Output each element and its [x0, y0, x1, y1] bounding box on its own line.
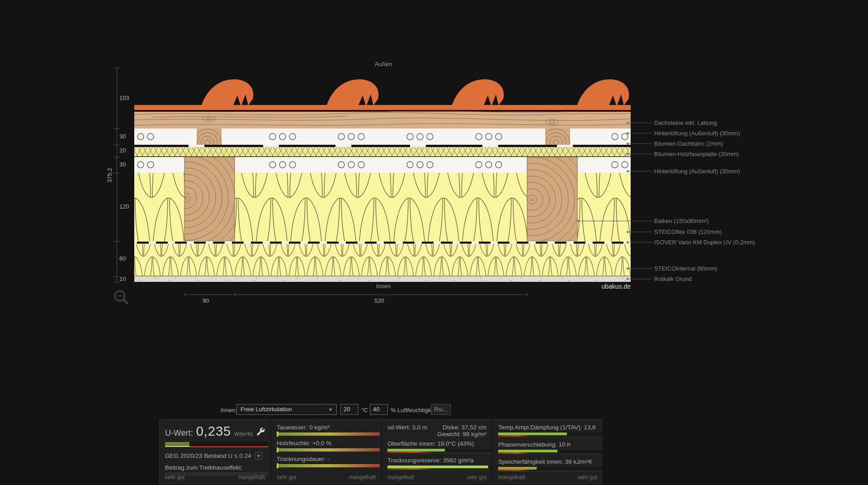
condensation-bar	[277, 433, 380, 436]
leader-dot	[627, 170, 629, 172]
inside-label: Innen	[361, 283, 406, 290]
drying-time-label: Trocknungsdauer: -	[277, 456, 376, 462]
air-circulation-value: Freie Luftzirkulation	[241, 406, 292, 413]
layer-label-ventilation-1[interactable]: Hinterlüftung (Außenluft) (30mm)	[654, 130, 740, 137]
leader-line	[629, 232, 652, 232]
heat-capacity-label: Speicherfähigkeit innen: 38 kJ/m²K	[498, 458, 597, 465]
dim-120: 120	[119, 203, 129, 210]
scale-left: sehr gut	[277, 474, 296, 480]
leader-line	[580, 221, 652, 221]
leader-line	[629, 242, 652, 242]
leader-line	[629, 154, 652, 154]
inner-surface-bar	[387, 449, 491, 453]
leader-line	[629, 133, 652, 133]
layer-label-plaster[interactable]: Rotkalk Grund	[654, 276, 692, 282]
layer-label-roof-tiles[interactable]: Dachsteine inkl. Lattung	[654, 119, 717, 126]
layer-label-ventilation-2[interactable]: Hinterlüftung (Außenluft) (30mm)	[654, 168, 740, 175]
drying-reserve-bar	[387, 466, 491, 470]
leader-dot	[627, 241, 629, 243]
watermark: ubakus.de	[588, 283, 631, 290]
dim-30b: 30	[119, 161, 126, 168]
drying-time-bar	[277, 464, 380, 467]
drying-reserve-label: Trocknungsreserve: 3562 g/m²a	[387, 457, 486, 464]
leader-dot	[627, 278, 629, 280]
chevron-down-icon: ▼	[328, 405, 333, 415]
scale-left: mangelhaft	[387, 474, 414, 480]
humidity-label: % Luftfeuchtigkeit	[391, 407, 437, 414]
scale-right: sehr gut	[578, 474, 597, 480]
rsi-button[interactable]: Rsi...	[431, 404, 451, 415]
heat-capacity-bar	[498, 467, 602, 471]
bitumen-membrane	[134, 145, 631, 147]
heat-column: Temp.Ampl.Dämpfung (1/TAV): 13,6 Phasenv…	[492, 419, 603, 484]
tav-bar	[498, 433, 602, 437]
geg-dropdown-button[interactable]: ▼	[255, 452, 263, 460]
wood-moisture-label: Holzfeuchte: +0,0 %	[277, 440, 376, 447]
phase-shift-bar	[498, 450, 602, 454]
weight-value: Gewicht: 98 kg/m²	[387, 431, 486, 437]
u-value-label: U-Wert:	[165, 428, 193, 438]
inner-surface-label: Oberfläche innen: 19,0°C (43%)	[387, 440, 486, 447]
u-value-column: U-Wert: 0,235 W/(m²K) GEG 2020/23 Bestan…	[160, 419, 270, 484]
leader-line	[629, 279, 652, 279]
dim-60: 60	[119, 255, 126, 262]
layer-label-steicoflex[interactable]: STEICOflex 036 (120mm)	[654, 228, 722, 235]
geg-requirement: GEG 2020/23 Bestand U ≤ 0.24	[165, 452, 251, 459]
dim-20: 20	[119, 147, 126, 154]
total-thickness: 375,2	[106, 168, 113, 183]
layer-label-steicointernal[interactable]: STEICOinternal (60mm)	[654, 265, 717, 272]
condensation-label: Tauwasser: 0 kg/m²	[277, 424, 376, 431]
leader-dot	[627, 143, 629, 145]
wood-moisture-bar	[277, 448, 380, 452]
tav-label: Temp.Ampl.Dämpfung (1/TAV): 13,6	[498, 424, 597, 431]
humidity-input[interactable]: 40	[370, 404, 388, 415]
dim-beam-spacing: 520	[374, 297, 384, 304]
layer-label-bitumen-membrane[interactable]: Bitumen-Dachbahn (2mm)	[654, 140, 723, 147]
layer-label-fibre-board[interactable]: Bitumen-Holzfaserplatte (20mm)	[654, 151, 739, 157]
ubakus-roof-construction-view: Außen	[0, 0, 868, 485]
dim-10: 10	[119, 276, 126, 282]
layer-label-beam[interactable]: Balken (150x90mm²)	[654, 218, 709, 224]
scale-right: mangelhaft	[349, 474, 376, 480]
leader-dot	[627, 267, 629, 270]
plaster-layer	[134, 276, 631, 282]
dim-30a: 30	[119, 133, 126, 140]
u-value-unit: W/(m²K)	[234, 431, 253, 437]
scale-right: sehr gut	[467, 474, 486, 480]
beam-dimension-line	[184, 295, 527, 295]
scale-left: mangelhaft	[498, 474, 525, 480]
results-panel: U-Wert: 0,235 W/(m²K) GEG 2020/23 Bestan…	[159, 419, 602, 484]
moisture-column: Tauwasser: 0 kg/m² Holzfeuchte: +0,0 % T…	[270, 419, 381, 484]
leader-dot	[627, 231, 629, 233]
roof-tile-humps	[201, 79, 629, 106]
zoom-out-icon[interactable]	[113, 290, 130, 307]
scale-left: sehr gut	[165, 474, 184, 480]
inner-climate-label: Innen:	[221, 407, 237, 414]
leader-dot	[627, 122, 629, 124]
leader-line	[629, 143, 652, 144]
layer-label-vapour-barrier[interactable]: ISOVER Vario KM Duplex UV (0,2mm)	[654, 239, 755, 246]
surface-column: sd-Wert: 3,0 m Dicke: 37,52 cm Gewicht: …	[381, 419, 492, 484]
thickness-ruler	[117, 68, 117, 282]
leader-line	[629, 123, 652, 123]
leader-dot	[627, 153, 629, 155]
scale-right: mangelhaft	[238, 474, 265, 480]
wrench-icon[interactable]	[256, 427, 265, 436]
phase-shift-label: Phasenverschiebung: 10 h	[498, 441, 597, 448]
leader-dot	[627, 132, 629, 134]
sd-value: sd-Wert: 3,0 m	[387, 424, 427, 431]
temperature-unit: °C	[361, 407, 368, 414]
dim-103: 103	[119, 95, 129, 101]
ghg-label: Beitrag zum Treibhauseffekt:	[165, 464, 265, 471]
thickness-value: Dicke: 37,52 cm	[443, 424, 486, 431]
u-value-bar	[165, 442, 268, 448]
dim-beam-width: 90	[203, 297, 209, 304]
leader-line	[629, 268, 652, 269]
air-circulation-select[interactable]: Freie Luftzirkulation ▼	[236, 404, 337, 415]
leader-line	[629, 171, 652, 171]
construction-cross-section	[134, 61, 631, 282]
temperature-input[interactable]: 20	[340, 404, 359, 415]
u-value: 0,235	[196, 424, 231, 439]
